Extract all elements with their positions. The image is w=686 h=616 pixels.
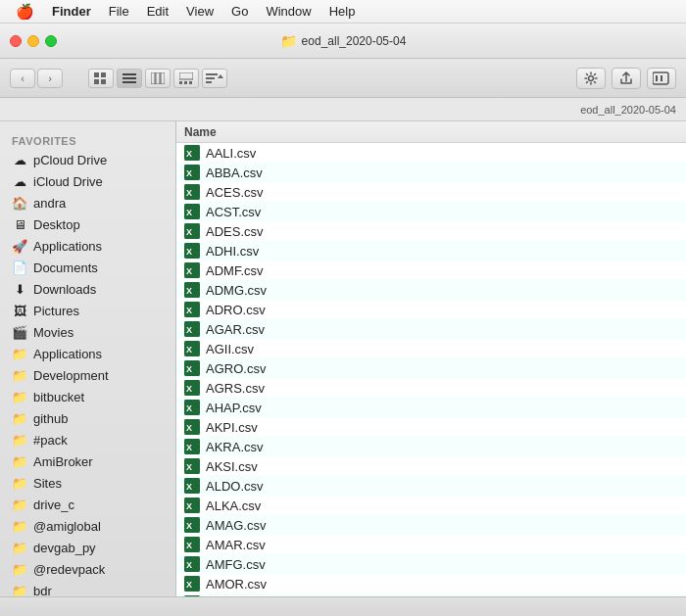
sidebar-label-applications2: Applications: [33, 347, 102, 361]
apple-menu[interactable]: 🍎: [8, 1, 42, 23]
csv-file-icon: X: [184, 517, 200, 533]
folder-development-icon: 📁: [12, 367, 27, 383]
menu-edit[interactable]: Edit: [139, 2, 176, 21]
icon-view-button[interactable]: [88, 69, 114, 88]
sidebar-item-applications2[interactable]: 📁 Applications: [4, 343, 172, 364]
file-row[interactable]: X AKPI.csv: [176, 417, 686, 437]
file-name: ACES.csv: [206, 185, 264, 200]
sidebar-item-amibroker[interactable]: 📁 AmiBroker: [4, 450, 172, 472]
menu-window[interactable]: Window: [258, 2, 318, 21]
svg-rect-8: [156, 72, 160, 84]
sidebar-item-amiglobal[interactable]: 📁 @amiglobal: [4, 515, 172, 537]
file-row[interactable]: X AKSI.csv: [176, 456, 686, 476]
file-row[interactable]: X AGRS.csv: [176, 378, 686, 398]
file-row[interactable]: X ACST.csv: [176, 202, 686, 221]
file-row[interactable]: X ALDO.csv: [176, 476, 686, 496]
svg-rect-12: [184, 81, 187, 84]
sidebar-item-icloud[interactable]: ☁ iCloud Drive: [4, 170, 172, 192]
sidebar-item-pictures[interactable]: 🖼 Pictures: [4, 300, 172, 321]
file-row[interactable]: X AMOR.csv: [176, 574, 686, 593]
file-name: ABBA.csv: [206, 166, 263, 180]
sidebar-item-andra[interactable]: 🏠 andra: [4, 192, 172, 213]
sidebar-item-documents[interactable]: 📄 Documents: [4, 257, 172, 278]
svg-text:X: X: [186, 462, 192, 472]
csv-file-icon: X: [184, 243, 200, 259]
file-row[interactable]: X AGRO.csv: [176, 358, 686, 378]
folder-icon: 📁: [280, 33, 297, 49]
sidebar-label-applications: Applications: [33, 239, 102, 254]
csv-file-icon: X: [184, 498, 200, 513]
file-name: ADRO.csv: [206, 303, 266, 317]
sort-button[interactable]: [202, 69, 227, 88]
file-row[interactable]: X ADMF.csv: [176, 261, 686, 280]
sidebar-label-amibroker: AmiBroker: [33, 454, 93, 469]
file-row[interactable]: X ALKA.csv: [176, 496, 686, 515]
gear-button[interactable]: [576, 68, 606, 89]
menu-go[interactable]: Go: [223, 2, 256, 21]
file-row[interactable]: X ABBA.csv: [176, 163, 686, 182]
toolbar: ‹ ›: [0, 59, 686, 98]
back-button[interactable]: ‹: [10, 69, 35, 88]
menu-view[interactable]: View: [178, 2, 221, 21]
sidebar-label-pack: #pack: [33, 433, 68, 448]
menu-help[interactable]: Help: [321, 2, 364, 21]
minimize-button[interactable]: [27, 35, 39, 47]
svg-text:X: X: [186, 541, 192, 550]
home-icon: 🏠: [12, 195, 27, 211]
sidebar-item-redevpack[interactable]: 📁 @redevpack: [4, 558, 172, 580]
forward-button[interactable]: ›: [37, 69, 63, 88]
file-row[interactable]: X AHAP.csv: [176, 398, 686, 417]
tag-button[interactable]: [647, 68, 676, 89]
file-row[interactable]: X AGII.csv: [176, 339, 686, 358]
svg-point-18: [589, 75, 594, 80]
sidebar-item-desktop[interactable]: 🖥 Desktop: [4, 213, 172, 235]
svg-rect-21: [661, 75, 662, 81]
share-button[interactable]: [612, 68, 641, 89]
file-row[interactable]: X AMRT.csv: [176, 593, 686, 596]
file-row[interactable]: X AKRA.csv: [176, 437, 686, 456]
file-row[interactable]: X AMAR.csv: [176, 535, 686, 554]
file-row[interactable]: X AMAG.csv: [176, 515, 686, 535]
maximize-button[interactable]: [45, 35, 57, 47]
file-row[interactable]: X AALI.csv: [176, 143, 686, 163]
close-button[interactable]: [10, 35, 22, 47]
sidebar-item-applications[interactable]: 🚀 Applications: [4, 235, 172, 257]
list-view-button[interactable]: [117, 69, 142, 88]
file-row[interactable]: X ADHI.csv: [176, 241, 686, 261]
svg-text:X: X: [186, 521, 192, 531]
file-row[interactable]: X AMFG.csv: [176, 554, 686, 574]
column-view-button[interactable]: [145, 69, 171, 88]
sidebar-item-movies[interactable]: 🎬 Movies: [4, 321, 172, 343]
file-name: ALDO.csv: [206, 479, 264, 494]
csv-file-icon: X: [184, 537, 200, 552]
sidebar-section-favorites: Favorites: [0, 129, 175, 149]
svg-text:X: X: [186, 227, 192, 237]
folder-applications-icon: 📁: [12, 346, 27, 361]
menu-file[interactable]: File: [101, 2, 137, 21]
sidebar-item-downloads[interactable]: ⬇ Downloads: [4, 278, 172, 300]
csv-file-icon: X: [184, 576, 200, 592]
sidebar-item-sites[interactable]: 📁 Sites: [4, 472, 172, 494]
sidebar-item-pack[interactable]: 📁 #pack: [4, 429, 172, 450]
svg-rect-14: [206, 73, 218, 75]
sidebar-item-bdr[interactable]: 📁 bdr: [4, 580, 172, 596]
file-name: AKRA.csv: [206, 440, 264, 454]
sidebar-item-github[interactable]: 📁 github: [4, 407, 172, 429]
sidebar-label-desktop: Desktop: [33, 217, 80, 232]
sidebar-item-devgab[interactable]: 📁 devgab_py: [4, 537, 172, 558]
sidebar-item-bitbucket[interactable]: 📁 bitbucket: [4, 386, 172, 407]
svg-rect-4: [122, 73, 136, 75]
file-row[interactable]: X ADES.csv: [176, 221, 686, 241]
csv-file-icon: X: [184, 360, 200, 376]
svg-text:X: X: [186, 364, 192, 374]
file-row[interactable]: X ACES.csv: [176, 182, 686, 202]
svg-rect-13: [189, 81, 192, 84]
gallery-view-button[interactable]: [173, 69, 199, 88]
file-row[interactable]: X AGAR.csv: [176, 319, 686, 339]
sidebar-item-pcloud[interactable]: ☁ pCloud Drive: [4, 149, 172, 170]
sidebar-item-development[interactable]: 📁 Development: [4, 364, 172, 386]
sidebar-item-drive-c[interactable]: 📁 drive_c: [4, 494, 172, 515]
file-row[interactable]: X ADRO.csv: [176, 300, 686, 319]
file-row[interactable]: X ADMG.csv: [176, 280, 686, 300]
menu-finder[interactable]: Finder: [44, 2, 99, 21]
